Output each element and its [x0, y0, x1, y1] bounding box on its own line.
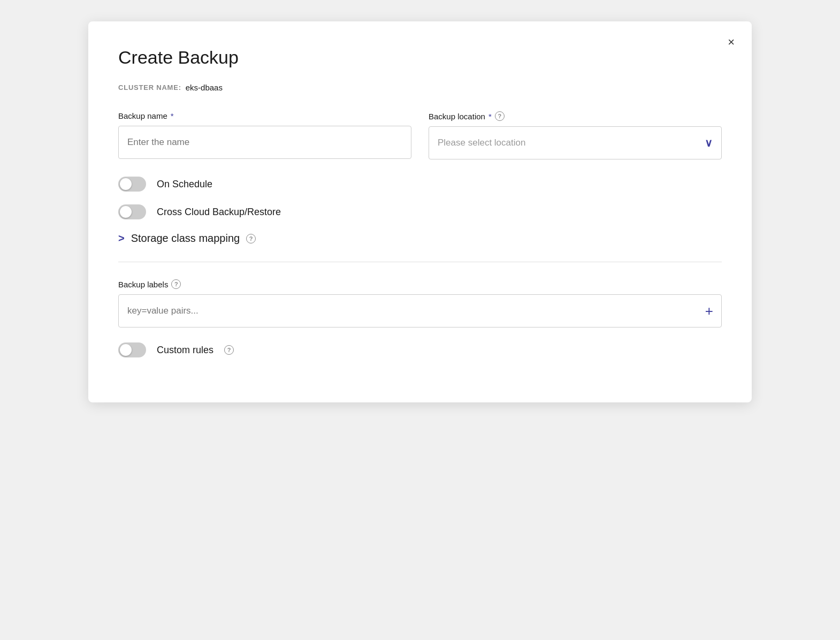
close-button[interactable]: × — [726, 34, 737, 50]
backup-labels-label-text: Backup labels — [118, 280, 168, 289]
cluster-name-label: CLUSTER NAME: — [118, 83, 181, 92]
backup-location-placeholder: Please select location — [438, 138, 525, 148]
cross-cloud-label: Cross Cloud Backup/Restore — [157, 207, 281, 218]
cluster-name-row: CLUSTER NAME: eks-dbaas — [118, 83, 722, 92]
add-label-button[interactable]: + — [705, 304, 713, 318]
storage-class-mapping-row[interactable]: > Storage class mapping ? — [118, 232, 722, 245]
backup-labels-label: Backup labels ? — [118, 279, 722, 289]
backup-labels-input[interactable] — [118, 294, 722, 327]
custom-rules-label: Custom rules — [157, 345, 213, 356]
backup-location-field: Backup location* ? Please select locatio… — [429, 111, 722, 159]
section-divider — [118, 262, 722, 262]
backup-name-label-text: Backup name — [118, 111, 167, 120]
backup-location-help-icon[interactable]: ? — [495, 111, 505, 121]
on-schedule-toggle-row: On Schedule — [118, 177, 722, 192]
backup-name-label: Backup name* — [118, 111, 411, 120]
backup-location-select-wrapper: Please select location ∨ — [429, 126, 722, 159]
modal-title: Create Backup — [118, 47, 722, 68]
chevron-right-icon: > — [118, 232, 125, 245]
cross-cloud-toggle[interactable] — [118, 204, 146, 219]
backup-location-required: * — [488, 112, 492, 121]
backup-location-label-text: Backup location — [429, 112, 485, 121]
custom-rules-slider — [118, 342, 146, 357]
backup-location-select[interactable]: Please select location ∨ — [429, 126, 722, 159]
form-row-main: Backup name* Backup location* ? Please s… — [118, 111, 722, 159]
backup-labels-input-row: + — [118, 294, 722, 327]
backup-name-input[interactable] — [118, 126, 411, 159]
cross-cloud-slider — [118, 204, 146, 219]
backup-location-label: Backup location* ? — [429, 111, 722, 121]
storage-class-help-icon[interactable]: ? — [246, 234, 256, 243]
backup-labels-help-icon[interactable]: ? — [171, 279, 181, 289]
on-schedule-slider — [118, 177, 146, 192]
backup-name-required: * — [171, 111, 174, 120]
backup-name-field: Backup name* — [118, 111, 411, 159]
chevron-down-icon: ∨ — [705, 136, 713, 149]
backup-labels-input-wrapper: + — [118, 294, 722, 327]
storage-class-mapping-label: Storage class mapping — [131, 232, 240, 245]
cross-cloud-toggle-row: Cross Cloud Backup/Restore — [118, 204, 722, 219]
backup-labels-section: Backup labels ? + — [118, 279, 722, 327]
on-schedule-toggle[interactable] — [118, 177, 146, 192]
create-backup-modal: × Create Backup CLUSTER NAME: eks-dbaas … — [88, 21, 752, 402]
custom-rules-toggle[interactable] — [118, 342, 146, 357]
on-schedule-label: On Schedule — [157, 179, 212, 190]
custom-rules-help-icon[interactable]: ? — [224, 345, 234, 355]
custom-rules-toggle-row: Custom rules ? — [118, 342, 722, 357]
cluster-name-value: eks-dbaas — [186, 83, 223, 92]
